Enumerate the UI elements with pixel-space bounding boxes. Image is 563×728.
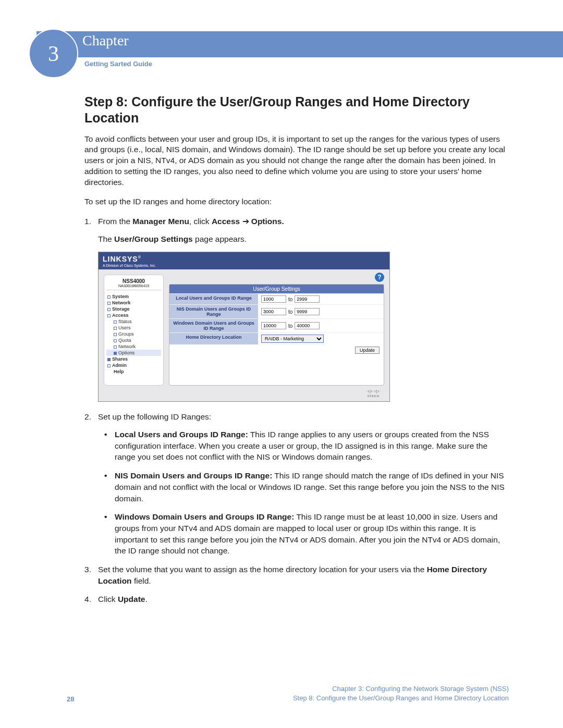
bullet-nis: NIS Domain Users and Groups ID Range: Th… [104, 470, 509, 504]
nav-groups[interactable]: Groups [106, 331, 161, 337]
arrow-icon: ➔ [242, 217, 249, 226]
page-content: Step 8: Configure the User/Group Ranges … [84, 94, 509, 612]
home-dir-select[interactable]: RAIDB - Marketing [261, 335, 324, 343]
settings-panel: User/Group Settings Local Users and Grou… [169, 284, 384, 386]
chapter-label: Chapter [82, 32, 129, 49]
nis-from-input[interactable] [261, 308, 286, 315]
panel-title: User/Group Settings [169, 285, 384, 293]
nav-network[interactable]: Network [106, 300, 161, 306]
bullet-windows: Windows Domain Users and Groups ID Range… [104, 511, 509, 557]
embed-header: LINKSYS® A Division of Cisco Systems, In… [99, 252, 389, 269]
nav-help[interactable]: Help [106, 368, 161, 375]
step-3: Set the volume that you want to assign a… [84, 564, 509, 586]
chapter-badge: 3 [29, 29, 78, 78]
nav-shares[interactable]: Shares [106, 356, 161, 362]
help-icon[interactable]: ? [375, 273, 384, 282]
step-1: From the Manager Menu, click Access ➔ Op… [84, 216, 509, 244]
brand-subtitle: A Division of Cisco Systems, Inc. [103, 264, 385, 267]
local-from-input[interactable] [261, 295, 286, 303]
footer-step: Step 8: Configure the User/Group Ranges … [293, 694, 509, 703]
page-title: Step 8: Configure the User/Group Ranges … [84, 94, 509, 127]
step-4: Click Update. [84, 594, 509, 605]
nav-storage[interactable]: Storage [106, 306, 161, 312]
nav-access[interactable]: Access [106, 312, 161, 318]
cisco-logo: ·ı|ı·ı|ı·cisco [366, 389, 381, 398]
step-2: Set up the following ID Ranges: Local Us… [84, 411, 509, 557]
nis-to-input[interactable] [295, 308, 320, 315]
nav-users[interactable]: Users [106, 325, 161, 331]
win-to-input[interactable] [295, 322, 320, 329]
row-home-label: Home Directory Location [169, 333, 258, 344]
nav-quota[interactable]: Quota [106, 337, 161, 343]
chapter-number: 3 [48, 41, 59, 66]
screenshot-embed: LINKSYS® A Division of Cisco Systems, In… [98, 252, 390, 402]
footer-chapter: Chapter 3: Configuring the Network Stora… [293, 684, 509, 694]
row-win-label: Windows Domain Users and Groups ID Range [169, 319, 258, 332]
lead-paragraph: To set up the ID ranges and home directo… [84, 196, 509, 207]
step-1-sub: The User/Group Settings page appears. [98, 233, 509, 245]
page-number: 28 [67, 695, 74, 703]
nav-sidebar: NSS4000 NAS0018f8056419 System Network S… [104, 275, 164, 386]
win-from-input[interactable] [261, 322, 286, 329]
row-local-label: Local Users and Groups ID Range [169, 294, 258, 304]
page-footer: 28 Chapter 3: Configuring the Network St… [67, 684, 509, 703]
bullet-local: Local Users and Groups ID Range: This ID… [104, 429, 509, 463]
local-to-input[interactable] [295, 295, 320, 303]
row-nis-label: NIS Domain Users and Groups ID Range [169, 305, 258, 318]
guide-subtitle: Getting Sarted Guide [84, 60, 152, 68]
nav-status[interactable]: Status [106, 318, 161, 325]
nav-network2[interactable]: Network [106, 343, 161, 350]
brand-logo: LINKSYS [103, 255, 138, 263]
nav-options[interactable]: Options [106, 350, 161, 356]
device-mac: NAS0018f8056419 [106, 284, 161, 290]
nav-system[interactable]: System [106, 293, 161, 300]
nav-admin[interactable]: Admin [106, 362, 161, 368]
intro-paragraph: To avoid conflicts between your user and… [84, 134, 509, 189]
device-name: NSS4000 [106, 278, 161, 284]
update-button[interactable]: Update [355, 347, 380, 354]
